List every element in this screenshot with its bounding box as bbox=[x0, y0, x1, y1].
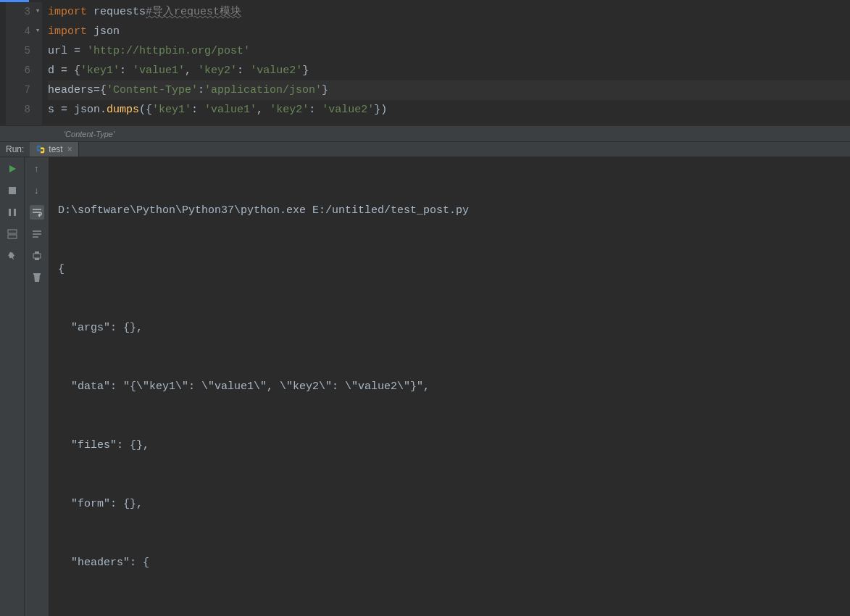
svg-rect-5 bbox=[33, 254, 41, 258]
string: 'application/json' bbox=[204, 84, 322, 96]
line-number: 4 bbox=[6, 22, 30, 41]
line-number: 8 bbox=[6, 100, 30, 120]
function: dumps bbox=[107, 104, 139, 116]
identifier: d bbox=[48, 64, 61, 77]
string: 'value2' bbox=[322, 104, 374, 116]
string: 'key1' bbox=[152, 104, 191, 116]
fold-toggle-icon[interactable]: ▾ bbox=[33, 7, 42, 15]
svg-rect-0 bbox=[9, 187, 16, 194]
line-number: 6 bbox=[6, 61, 30, 80]
string: 'key2' bbox=[270, 104, 309, 116]
keyword: import bbox=[48, 6, 87, 18]
identifier: url bbox=[48, 45, 74, 57]
identifier: headers bbox=[48, 84, 93, 96]
punct: , bbox=[257, 104, 270, 116]
trash-button[interactable] bbox=[30, 270, 44, 285]
string: 'value1' bbox=[204, 104, 257, 116]
output-line: "data": "{\"key1\": \"value1\", \"key2\"… bbox=[58, 377, 850, 396]
string: 'http://httpbin.org/post' bbox=[87, 45, 250, 57]
output-line: "files": {}, bbox=[58, 436, 850, 455]
pause-button[interactable] bbox=[5, 205, 20, 220]
comment: #导入request模块 bbox=[146, 6, 241, 18]
scroll-to-end-button[interactable] bbox=[30, 227, 44, 241]
punct: ={ bbox=[93, 84, 107, 96]
fold-toggle-icon[interactable]: ▾ bbox=[33, 26, 42, 35]
line-number: 7 bbox=[6, 80, 30, 100]
identifier: json bbox=[93, 25, 120, 38]
output-line: "Accept": "*/*", bbox=[58, 612, 850, 616]
punct: ({ bbox=[139, 104, 152, 116]
code-line[interactable]: s = json.dumps({'key1': 'value1', 'key2'… bbox=[48, 100, 850, 120]
svg-rect-7 bbox=[35, 258, 39, 260]
output-line: "headers": { bbox=[58, 553, 850, 573]
run-tab-label: test bbox=[49, 144, 62, 154]
svg-rect-3 bbox=[8, 230, 17, 233]
up-arrow-button[interactable]: ↑ bbox=[30, 162, 44, 176]
svg-rect-6 bbox=[35, 251, 39, 254]
output-line: D:\software\Python\Python37\python.exe E… bbox=[58, 201, 850, 220]
code-line[interactable]: d = {'key1': 'value1', 'key2': 'value2'} bbox=[48, 61, 850, 80]
identifier: s bbox=[48, 104, 61, 116]
punct: : bbox=[120, 64, 133, 77]
string: 'key1' bbox=[80, 64, 120, 77]
pin-button[interactable] bbox=[5, 249, 20, 263]
string: 'value2' bbox=[250, 64, 302, 77]
console-output[interactable]: D:\software\Python\Python37\python.exe E… bbox=[49, 157, 850, 616]
punct: : bbox=[191, 104, 204, 116]
soft-wrap-button[interactable] bbox=[30, 205, 44, 220]
breadcrumb-item[interactable]: 'Content-Type' bbox=[64, 130, 114, 138]
run-tool-window: ↑ ↓ D:\software\Python\Python37\python.e… bbox=[0, 157, 850, 616]
run-tool-window-tabs: Run: test × bbox=[0, 141, 850, 157]
keyword: import bbox=[48, 25, 87, 38]
code-line[interactable]: import requests#导入request模块 bbox=[48, 2, 850, 22]
svg-rect-4 bbox=[8, 235, 17, 238]
close-icon[interactable]: × bbox=[67, 144, 72, 154]
line-number: 5 bbox=[6, 41, 30, 61]
string: 'Content-Type' bbox=[107, 84, 198, 96]
print-button[interactable] bbox=[30, 249, 44, 263]
punct: : bbox=[309, 104, 322, 116]
fold-gutter bbox=[0, 2, 6, 125]
svg-rect-1 bbox=[9, 209, 11, 216]
punct: = json. bbox=[61, 104, 107, 116]
down-arrow-button[interactable]: ↓ bbox=[30, 183, 44, 198]
python-file-icon bbox=[36, 144, 46, 154]
output-line: "args": {}, bbox=[58, 318, 850, 338]
identifier: requests bbox=[93, 6, 146, 18]
line-number: 3 bbox=[6, 2, 30, 22]
run-tab-test[interactable]: test × bbox=[30, 142, 78, 157]
punct: , bbox=[185, 64, 198, 77]
layout-button[interactable] bbox=[5, 227, 20, 241]
run-toolbar-right: ↑ ↓ bbox=[25, 157, 49, 616]
punct: = { bbox=[61, 64, 80, 77]
punct: : bbox=[237, 64, 250, 77]
string: 'key2' bbox=[198, 64, 237, 77]
punct: }) bbox=[374, 104, 387, 116]
line-number-gutter: 3 4 5 6 7 8 ▾ ▾ bbox=[6, 2, 43, 125]
code-area[interactable]: import requests#导入request模块 import json … bbox=[43, 2, 850, 125]
run-toolbar-left bbox=[0, 157, 25, 616]
run-label: Run: bbox=[0, 144, 30, 154]
punct: = bbox=[74, 45, 87, 57]
rerun-button[interactable] bbox=[5, 162, 20, 176]
svg-rect-2 bbox=[14, 209, 16, 216]
breadcrumb[interactable]: 'Content-Type' bbox=[0, 125, 850, 141]
punct: } bbox=[322, 84, 328, 96]
output-line: "form": {}, bbox=[58, 494, 850, 514]
code-line-current[interactable]: headers={'Content-Type':'application/jso… bbox=[48, 80, 850, 100]
punct: } bbox=[302, 64, 309, 77]
code-line[interactable]: import json bbox=[48, 22, 850, 41]
output-line: { bbox=[58, 259, 850, 279]
punct: : bbox=[198, 84, 204, 96]
code-line[interactable]: url = 'http://httpbin.org/post' bbox=[48, 41, 850, 61]
code-editor[interactable]: 3 4 5 6 7 8 ▾ ▾ import requests#导入reques… bbox=[0, 2, 850, 125]
stop-button[interactable] bbox=[5, 183, 20, 198]
string: 'value1' bbox=[133, 64, 185, 77]
